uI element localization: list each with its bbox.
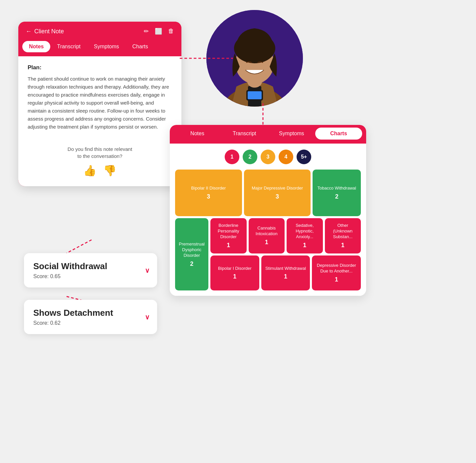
badge-3[interactable]: 3 (261, 150, 275, 164)
charts-tab-notes[interactable]: Notes (174, 128, 221, 140)
plan-title: Plan: (28, 64, 172, 71)
treemap-row2: Borderline Personality Disorder 1 Cannab… (210, 218, 361, 253)
treemap-cell-stimulant[interactable]: Stimulant Withdrawal 1 (261, 255, 310, 291)
cell-bipolar1-name: Bipolar I Disorder (218, 266, 251, 271)
charts-card: Notes Transcript Symptoms Charts 1 2 3 4… (170, 125, 366, 296)
svg-line-10 (67, 240, 92, 253)
cell-depressive-count: 1 (335, 276, 338, 283)
treemap-bottom: Premenstrual Dysphoric Disorder 2 Border… (175, 218, 361, 290)
delete-icon[interactable]: 🗑 (168, 28, 174, 35)
treemap-cell-pdd[interactable]: Premenstrual Dysphoric Disorder 2 (175, 218, 208, 290)
edit-icon[interactable]: ✏ (144, 28, 149, 35)
badge-2[interactable]: 2 (243, 150, 257, 164)
header-title-group: ← Client Note (26, 28, 64, 35)
cell-bpd-count: 1 (227, 242, 230, 249)
charts-tabs-bar: Notes Transcript Symptoms Charts (170, 125, 366, 144)
treemap-row3: Bipolar I Disorder 1 Stimulant Withdrawa… (210, 255, 361, 291)
plan-text: The patient should continue to work on m… (28, 75, 172, 131)
symptom-1-chevron[interactable]: ∨ (145, 266, 150, 274)
treemap-cell-mdd[interactable]: Major Depressive Disorder 3 (244, 170, 311, 216)
treemap-cell-bpd[interactable]: Borderline Personality Disorder 1 (210, 218, 247, 253)
treemap-cell-tobacco[interactable]: Tobacco Withdrawal 2 (313, 170, 361, 216)
person-photo (206, 10, 303, 107)
cell-tobacco-name: Tobacco Withdrawal (318, 186, 356, 191)
badge-5plus[interactable]: 5+ (297, 150, 311, 164)
cell-stimulant-name: Stimulant Withdrawal (265, 266, 306, 271)
back-arrow-icon[interactable]: ← (26, 28, 32, 35)
cell-cannabis-name: Cannabis Intoxication (251, 226, 282, 237)
cell-tobacco-count: 2 (335, 193, 339, 200)
feedback-section: Do you find this note relevantto the con… (18, 139, 181, 186)
number-badges: 1 2 3 4 5+ (175, 150, 361, 164)
charts-tab-transcript[interactable]: Transcript (221, 128, 268, 140)
tab-symptoms[interactable]: Symptoms (87, 41, 126, 52)
cell-other-count: 1 (341, 242, 345, 249)
charts-tab-charts[interactable]: Charts (315, 128, 362, 140)
tabs-bar: Notes Transcript Symptoms Charts (18, 41, 181, 56)
copy-icon[interactable]: ⬜ (155, 28, 162, 35)
cell-depressive-name: Depressive Disorder Due to Another... (315, 263, 358, 274)
cell-sedative-count: 1 (303, 242, 306, 249)
cell-other-name: Other (Unknown Substan... (328, 223, 358, 240)
cell-stimulant-count: 1 (284, 273, 287, 280)
tab-notes[interactable]: Notes (22, 41, 50, 52)
client-note-header: ← Client Note ✏ ⬜ 🗑 (18, 22, 181, 41)
treemap-cell-bipolar2[interactable]: Bipolar II Disorder 3 (175, 170, 242, 216)
client-note-title: Client Note (34, 28, 64, 35)
cell-bipolar1-count: 1 (233, 273, 236, 280)
symptom-2-score: Score: 0.62 (33, 320, 148, 326)
treemap-cell-bipolar1[interactable]: Bipolar I Disorder 1 (210, 255, 259, 291)
treemap-cell-cannabis[interactable]: Cannabis Intoxication 1 (249, 218, 285, 253)
client-note-card: ← Client Note ✏ ⬜ 🗑 Notes Transcript Sym… (18, 22, 181, 186)
cell-cannabis-count: 1 (265, 239, 268, 246)
tab-charts[interactable]: Charts (126, 41, 155, 52)
thumbs-up-icon[interactable]: 👍 (83, 164, 97, 177)
badge-1[interactable]: 1 (225, 150, 239, 164)
symptom-2-title: Shows Detachment (33, 308, 148, 318)
tab-transcript[interactable]: Transcript (50, 41, 87, 52)
symptom-1-title: Social Withdrawal (33, 261, 148, 271)
symptom-2-chevron[interactable]: ∨ (145, 313, 150, 321)
note-content: Plan: The patient should continue to wor… (18, 56, 181, 139)
main-container: ← Client Note ✏ ⬜ 🗑 Notes Transcript Sym… (0, 0, 476, 463)
cell-bpd-name: Borderline Personality Disorder (213, 223, 244, 240)
treemap-cell-other[interactable]: Other (Unknown Substan... 1 (325, 218, 361, 253)
treemap-cell-depressive[interactable]: Depressive Disorder Due to Another... 1 (312, 255, 361, 291)
symptom-1-score: Score: 0.65 (33, 273, 148, 279)
svg-rect-7 (248, 91, 262, 99)
cell-mdd-count: 3 (276, 193, 279, 200)
header-icons: ✏ ⬜ 🗑 (144, 28, 174, 35)
thumbs-down-icon[interactable]: 👎 (103, 164, 117, 177)
feedback-icons: 👍 👎 (28, 164, 172, 177)
shows-detachment-card: Shows Detachment Score: 0.62 ∨ (24, 300, 157, 334)
cell-sedative-name: Sedative, Hypnotic, Anxioly... (289, 223, 320, 240)
cell-pdd-count: 2 (190, 260, 193, 267)
social-withdrawal-card: Social Withdrawal Score: 0.65 ∨ (24, 253, 157, 287)
cell-bipolar2-count: 3 (207, 193, 210, 200)
treemap-row1: Bipolar II Disorder 3 Major Depressive D… (175, 170, 361, 216)
cell-pdd-name: Premenstrual Dysphoric Disorder (178, 241, 206, 258)
badge-4[interactable]: 4 (279, 150, 293, 164)
treemap-right: Borderline Personality Disorder 1 Cannab… (210, 218, 361, 290)
cell-mdd-name: Major Depressive Disorder (252, 186, 303, 191)
charts-tab-symptoms[interactable]: Symptoms (268, 128, 315, 140)
treemap-cell-sedative[interactable]: Sedative, Hypnotic, Anxioly... 1 (287, 218, 323, 253)
feedback-question: Do you find this note relevantto the con… (28, 146, 172, 160)
cell-bipolar2-name: Bipolar II Disorder (191, 186, 226, 191)
charts-body: 1 2 3 4 5+ Bipolar II Disorder 3 Major D… (170, 144, 366, 296)
